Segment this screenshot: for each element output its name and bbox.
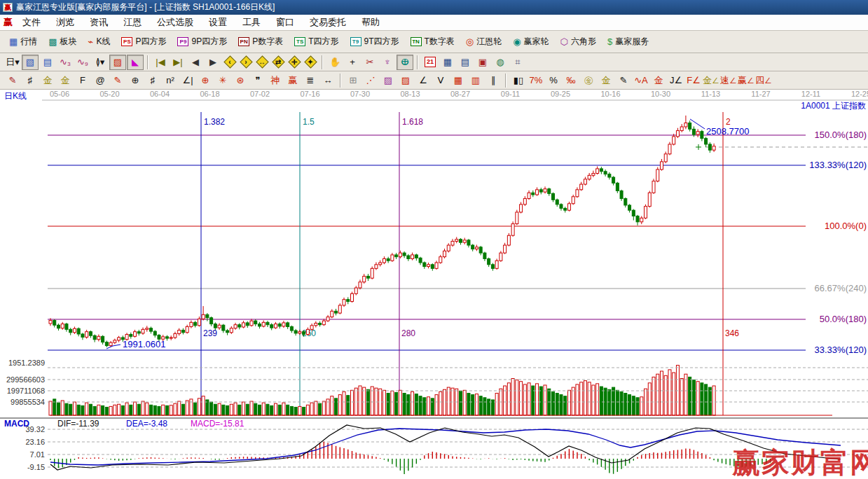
wave3-button[interactable]: ∿₃ xyxy=(57,55,74,70)
v-compress-button[interactable]: ✦ xyxy=(303,55,318,70)
price-volume-button[interactable]: ◣ xyxy=(127,55,144,70)
ying-angle-tool[interactable]: 赢∠ xyxy=(738,73,755,88)
net-tool[interactable]: ♆ xyxy=(379,55,396,70)
info-button[interactable]: ▤ xyxy=(39,55,56,70)
candle-style-selector[interactable]: ≬▾ xyxy=(92,55,109,70)
calendar-button[interactable]: 21 xyxy=(422,55,439,70)
p-digit-table-button[interactable]: PNP数字表 xyxy=(233,34,288,50)
seven-percent-tool[interactable]: 7% xyxy=(528,73,544,88)
gann-gold-square-tool[interactable]: 金 xyxy=(39,73,56,88)
p-square-button[interactable]: PSP四方形 xyxy=(116,34,171,50)
calculator-button[interactable]: ▦ xyxy=(439,55,456,70)
time-cycle-tool[interactable]: ⊕ xyxy=(127,73,144,88)
su-angle-tool[interactable]: 速∠ xyxy=(720,73,737,88)
service-button[interactable]: $赢家服务 xyxy=(602,34,654,50)
width-arrow-tool[interactable]: ↔ xyxy=(319,73,336,88)
pan-left-button[interactable]: ‹ xyxy=(222,55,237,70)
period-selector[interactable]: 日▾ xyxy=(4,55,21,70)
9t-square-button[interactable]: T99T四方形 xyxy=(345,34,404,50)
red-grid2-tool[interactable]: ▥ xyxy=(467,73,484,88)
red-grid-tool[interactable]: ▦ xyxy=(450,73,467,88)
n-square-tool[interactable]: n² xyxy=(162,73,179,88)
menu-item-1[interactable]: 浏览 xyxy=(49,15,81,30)
mind-tool[interactable]: ⴲ xyxy=(397,55,413,70)
pen-tool[interactable]: ✎ xyxy=(4,73,21,88)
j-angle-tool[interactable]: J∠ xyxy=(668,73,684,88)
grid-lines-tool[interactable]: ♯ xyxy=(22,73,39,88)
menu-item-5[interactable]: 设置 xyxy=(202,15,234,30)
angle-lines-tool[interactable]: ∠ xyxy=(415,73,432,88)
ruler-tool[interactable]: ≣ xyxy=(302,73,319,88)
shen-tool[interactable]: 神 xyxy=(267,73,284,88)
chart-area[interactable]: 05-0605-2006-0406-1807-0207-1607-3008-13… xyxy=(0,90,868,479)
h-expand-button[interactable]: ↔ xyxy=(254,55,270,70)
circle-cross-tool[interactable]: ⊕ xyxy=(197,73,214,88)
f-angle-tool[interactable]: F∠ xyxy=(685,73,702,88)
prev-bar-button[interactable]: ◀ xyxy=(187,55,204,70)
menu-item-2[interactable]: 资讯 xyxy=(83,15,115,30)
menu-item-6[interactable]: 工具 xyxy=(235,15,268,30)
column-stat-tool[interactable]: ▮▯ xyxy=(510,73,527,88)
pattern-button[interactable]: ▨ xyxy=(109,55,126,70)
last-bar-button[interactable]: ▶| xyxy=(170,55,186,70)
pen-bars-tool[interactable]: ✎ xyxy=(615,73,632,88)
fan-box-red-tool[interactable]: ▨ xyxy=(397,73,414,88)
f-tool[interactable]: F xyxy=(74,73,91,88)
quotes-button[interactable]: ▦行情 xyxy=(4,34,42,50)
spiral-tool[interactable]: @ xyxy=(92,73,109,88)
sectors-button[interactable]: ▩板块 xyxy=(43,34,81,50)
menu-item-9[interactable]: 帮助 xyxy=(354,15,387,30)
v-lines-tool[interactable]: Ⅴ xyxy=(432,73,449,88)
menu-item-8[interactable]: 交易委托 xyxy=(303,15,353,30)
9p-square-button[interactable]: P99P四方形 xyxy=(172,34,232,50)
si-angle-tool[interactable]: 四∠ xyxy=(755,73,772,88)
menu-item-7[interactable]: 窗口 xyxy=(269,15,301,30)
gann-gold-square2-tool[interactable]: 金 xyxy=(57,73,74,88)
save-button[interactable]: ▣ xyxy=(474,55,491,70)
percent-lines-tool[interactable]: ‰ xyxy=(563,73,579,88)
density-tool[interactable]: ♯ xyxy=(144,73,161,88)
next-bar-button[interactable]: ▶ xyxy=(205,55,221,70)
star-ray-tool[interactable]: ✳ xyxy=(214,73,231,88)
volume-bar xyxy=(125,403,128,415)
gann-wheel-button-label: 江恩轮 xyxy=(476,36,502,48)
parallel-lines-tool[interactable]: ∥ xyxy=(485,73,502,88)
measure-tool[interactable]: ✂ xyxy=(361,55,378,70)
angle-mirror-tool[interactable]: ∠| xyxy=(179,73,196,88)
fan-tool[interactable]: ⋰ xyxy=(362,73,379,88)
menu-item-3[interactable]: 江恩 xyxy=(116,15,149,30)
menu-item-4[interactable]: 公式选股 xyxy=(150,15,200,30)
gann-wheel-button[interactable]: ◎江恩轮 xyxy=(461,34,507,50)
quote-mark-tool[interactable]: ❞ xyxy=(249,73,266,88)
wave9-button[interactable]: ∿₉ xyxy=(74,55,91,70)
gold-lines-tool[interactable]: 金 xyxy=(598,73,614,88)
kline-chart[interactable]: 05-0605-2006-0406-1807-0207-1607-3008-13… xyxy=(0,90,868,479)
pen-red-tool[interactable]: ✎ xyxy=(109,73,126,88)
crosshair-tool[interactable]: + xyxy=(344,55,361,70)
ying-tool[interactable]: 赢 xyxy=(284,73,301,88)
percent-tool[interactable]: % xyxy=(545,73,562,88)
gold-angle-tool[interactable]: 金∠ xyxy=(703,73,719,88)
t-digit-table-button[interactable]: TNT数字表 xyxy=(406,34,460,50)
pan-right-button[interactable]: › xyxy=(238,55,254,70)
t-square-button[interactable]: TST四方形 xyxy=(289,34,343,50)
gold-underline-tool[interactable]: 金 xyxy=(650,73,667,88)
volume-bar xyxy=(326,399,329,415)
fan-box-tool[interactable]: ▨ xyxy=(380,73,397,88)
hexagon-button[interactable]: ⬡六角形 xyxy=(556,34,601,50)
web-tool[interactable]: ⊛ xyxy=(232,73,249,88)
hand-tool[interactable]: ✋ xyxy=(326,55,343,70)
gold-circle-tool[interactable]: ㊎ xyxy=(580,73,597,88)
v-expand-button[interactable]: ✛ xyxy=(287,55,302,70)
h-compress-button[interactable]: ⇄ xyxy=(270,55,286,70)
winner-wheel-button[interactable]: ◉赢家轮 xyxy=(508,34,553,50)
workstation-button[interactable]: ⌗ xyxy=(509,55,526,70)
first-bar-button[interactable]: |◀ xyxy=(152,55,169,70)
box-tool[interactable]: ⊞ xyxy=(345,73,361,88)
chart-layout-button[interactable]: ▧ xyxy=(22,55,39,70)
notes-button[interactable]: ▤ xyxy=(457,55,474,70)
menu-item-0[interactable]: 文件 xyxy=(15,15,48,30)
kline-button[interactable]: ⌁K线 xyxy=(83,34,116,50)
wave-a-tool[interactable]: ∿A xyxy=(633,73,649,88)
network-button[interactable]: ◍ xyxy=(492,55,509,70)
